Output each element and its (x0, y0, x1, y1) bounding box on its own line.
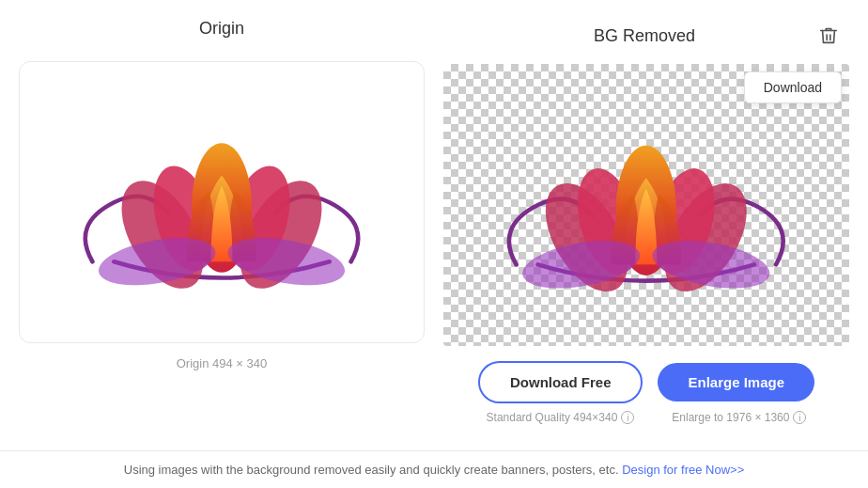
enlarge-info-icon[interactable]: i (793, 411, 806, 424)
standard-quality-info-icon[interactable]: i (621, 411, 634, 424)
footer-link[interactable]: Design for free Now>> (622, 463, 744, 477)
main-content: Origin (0, 0, 868, 450)
left-header: Origin (19, 19, 425, 50)
left-panel: Origin (19, 19, 425, 370)
bg-removed-title: BG Removed (477, 26, 812, 46)
action-row: Download Free Enlarge Image (478, 361, 814, 403)
download-button[interactable]: Download (744, 71, 842, 103)
download-free-button[interactable]: Download Free (478, 361, 643, 403)
trash-button[interactable] (812, 19, 845, 53)
bg-removed-lotus-svg (484, 92, 809, 318)
info-row: Standard Quality 494×340 i Enlarge to 19… (443, 411, 849, 424)
right-header: BG Removed (443, 19, 849, 53)
enlarge-info: Enlarge to 1976 × 1360 i (672, 411, 806, 424)
right-panel: BG Removed (443, 19, 849, 424)
footer-bar: Using images with the background removed… (0, 450, 868, 488)
enlarge-image-button[interactable]: Enlarge Image (658, 363, 814, 401)
footer-text: Using images with the background removed… (124, 463, 619, 477)
standard-quality-info: Standard Quality 494×340 i (487, 411, 635, 424)
origin-caption: Origin 494 × 340 (177, 356, 267, 370)
origin-title: Origin (199, 19, 244, 39)
checker-background (443, 64, 849, 346)
bg-removed-image-box: Download (443, 64, 849, 346)
origin-lotus-svg (60, 90, 383, 314)
origin-image-box (19, 61, 425, 343)
